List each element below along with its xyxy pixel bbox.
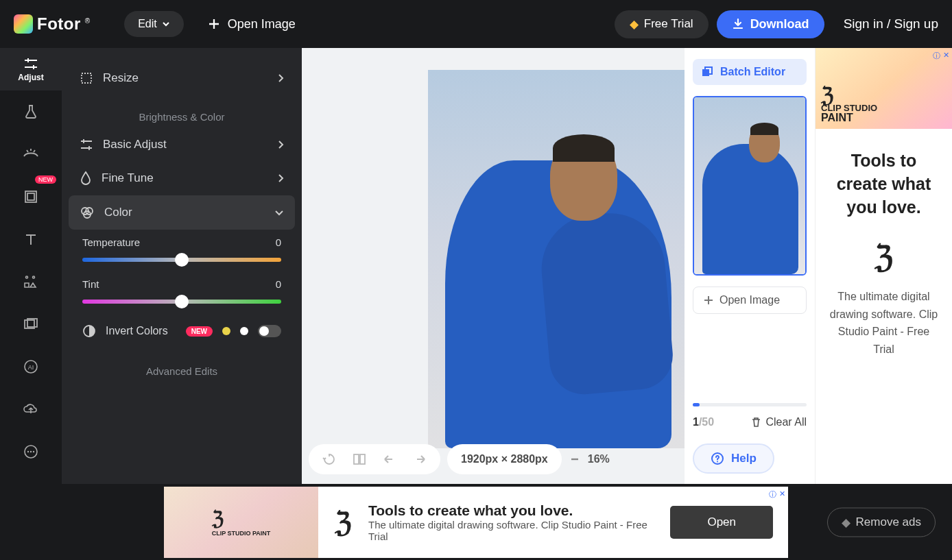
text-icon xyxy=(24,232,38,246)
row-fine-tune[interactable]: Fine Tune xyxy=(69,161,295,195)
ad-bottom-strip: ⓘ ✕ ℨ CLIP STUDIO PAINT ℨ Tools to creat… xyxy=(0,484,952,560)
remove-ads-label: Remove ads xyxy=(856,515,921,529)
batch-editor-label: Batch Editor xyxy=(720,66,785,78)
clear-all-button[interactable]: Clear All xyxy=(751,416,807,428)
diamond-icon: ◆ xyxy=(842,515,850,529)
svg-rect-1 xyxy=(27,193,34,200)
count-current: 1 xyxy=(693,416,699,428)
ad-side-body[interactable]: Tools to create what you love. ℨ The ult… xyxy=(816,129,952,358)
basic-adjust-label: Basic Adjust xyxy=(103,138,267,151)
tint-thumb[interactable] xyxy=(175,295,189,308)
rail-beauty[interactable] xyxy=(0,133,62,175)
ad-bottom-box[interactable]: ⓘ ✕ ℨ CLIP STUDIO PAINT ℨ Tools to creat… xyxy=(164,487,788,558)
shapes-icon xyxy=(23,275,38,289)
dimensions-display: 1920px × 2880px xyxy=(447,444,562,474)
chevron-down-icon xyxy=(162,20,170,28)
row-basic-adjust[interactable]: Basic Adjust xyxy=(69,128,295,161)
canvas-image[interactable] xyxy=(428,70,689,448)
svg-rect-16 xyxy=(360,454,365,464)
remove-ads-button[interactable]: ◆ Remove ads xyxy=(827,507,936,537)
redo-icon[interactable] xyxy=(413,454,427,464)
rail-more[interactable] xyxy=(0,430,62,473)
count-total: /50 xyxy=(699,416,714,428)
rail-adjust[interactable]: Adjust xyxy=(0,48,62,90)
rail-ai[interactable]: AI xyxy=(0,345,62,388)
svg-text:AI: AI xyxy=(28,364,34,371)
help-button[interactable]: Help xyxy=(693,443,774,474)
batch-scrollbar[interactable] xyxy=(693,403,807,406)
rail-frames[interactable]: NEW xyxy=(0,175,62,218)
rail-effects[interactable] xyxy=(0,90,62,133)
free-trial-button[interactable]: ◆ Free Trial xyxy=(615,10,709,38)
edit-dropdown[interactable]: Edit xyxy=(124,11,184,37)
section-advanced: Advanced Edits xyxy=(69,349,295,382)
row-resize[interactable]: Resize xyxy=(69,62,295,95)
ad-close-icon[interactable]: ✕ xyxy=(943,51,949,61)
invert-label: Invert Colors xyxy=(106,325,176,337)
cloud-upload-icon xyxy=(23,402,39,416)
ad-info-icon[interactable]: ⓘ xyxy=(769,489,776,500)
temperature-label: Temperature xyxy=(82,236,140,248)
svg-point-9 xyxy=(33,451,34,452)
svg-point-7 xyxy=(27,451,29,452)
invert-toggle[interactable] xyxy=(258,325,281,337)
invert-icon xyxy=(82,324,96,338)
rail-photos[interactable] xyxy=(0,303,62,345)
topbar: Fotor ® Edit Open Image ◆ Free Trial Dow… xyxy=(0,0,952,48)
row-color[interactable]: Color xyxy=(69,195,295,230)
logo[interactable]: Fotor ® xyxy=(14,14,90,34)
temperature-block: Temperature 0 xyxy=(69,230,295,271)
help-icon xyxy=(711,452,724,465)
chevron-down-icon xyxy=(274,209,284,216)
compare-icon[interactable] xyxy=(353,452,366,466)
dot-white-icon xyxy=(240,327,248,335)
ad-side-logo-icon: ℨ xyxy=(826,239,941,274)
temperature-thumb[interactable] xyxy=(175,253,189,267)
plus-icon xyxy=(703,295,714,306)
batch-sidebar: Batch Editor Open Image 1/50 Clear All H… xyxy=(685,48,815,484)
row-invert-colors: Invert Colors NEW xyxy=(69,313,295,349)
help-label: Help xyxy=(731,452,757,465)
diamond-icon: ◆ xyxy=(630,17,639,32)
adjust-icon xyxy=(23,57,38,71)
resize-icon xyxy=(80,71,93,85)
sign-in-sign-up[interactable]: Sign in / Sign up xyxy=(844,16,938,32)
logo-text: Fotor xyxy=(37,14,81,34)
history-icon[interactable] xyxy=(322,452,336,466)
open-image-button[interactable]: Open Image xyxy=(207,17,296,32)
batch-editor-button[interactable]: Batch Editor xyxy=(693,59,807,85)
logo-reg-mark: ® xyxy=(85,17,90,25)
ad-open-button[interactable]: Open xyxy=(670,506,773,539)
batch-thumbnail[interactable] xyxy=(693,96,807,276)
eye-icon xyxy=(23,148,39,160)
temperature-slider[interactable] xyxy=(82,258,281,262)
rail-elements[interactable] xyxy=(0,260,62,303)
ad-side-hero[interactable]: ⓘ ✕ ℨ CLIP STUDIO PAINT xyxy=(816,48,952,129)
photos-icon xyxy=(23,317,38,331)
rail-cloud[interactable] xyxy=(0,388,62,430)
free-trial-label: Free Trial xyxy=(644,17,693,31)
download-button[interactable]: Download xyxy=(717,10,824,38)
batch-count-row: 1/50 Clear All xyxy=(693,416,807,428)
chevron-right-icon xyxy=(277,73,284,83)
subject-arm xyxy=(537,209,676,398)
zoom-value: 16% xyxy=(588,453,610,465)
ad-bottom-hero: ℨ CLIP STUDIO PAINT xyxy=(164,487,318,558)
svg-rect-10 xyxy=(82,73,91,83)
zoom-out-icon[interactable] xyxy=(569,453,581,465)
batch-open-image-button[interactable]: Open Image xyxy=(693,287,807,314)
rail-text[interactable] xyxy=(0,218,62,260)
batch-icon xyxy=(701,66,713,78)
svg-rect-15 xyxy=(354,454,359,464)
dot-yellow-icon xyxy=(222,327,230,335)
tint-label: Tint xyxy=(82,278,99,290)
ad-close-icon[interactable]: ✕ xyxy=(779,489,785,500)
resize-label: Resize xyxy=(103,71,267,85)
ad-info-icon[interactable]: ⓘ xyxy=(933,51,940,61)
ad-side-column: ⓘ ✕ ℨ CLIP STUDIO PAINT Tools to create … xyxy=(815,48,952,484)
tint-slider[interactable] xyxy=(82,300,281,304)
ad-side-headline: Tools to create what you love. xyxy=(826,149,941,219)
section-brightness: Brightness & Color xyxy=(69,95,295,128)
undo-icon[interactable] xyxy=(383,454,396,464)
plus-icon xyxy=(207,17,221,31)
